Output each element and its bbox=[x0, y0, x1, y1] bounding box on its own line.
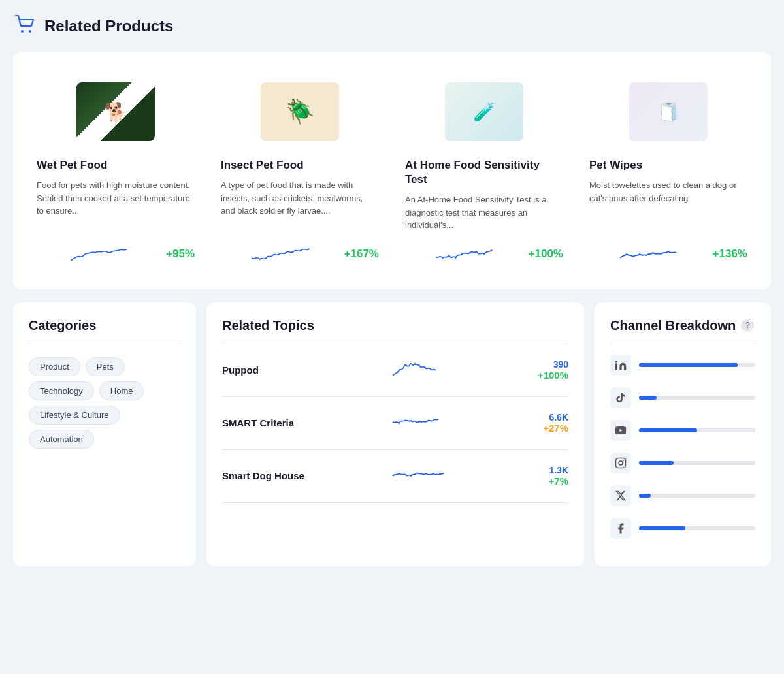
channel-title: Channel Breakdown bbox=[610, 318, 736, 333]
topic-name: Smart Dog House bbox=[222, 470, 327, 481]
channel-header: Channel Breakdown ? bbox=[610, 318, 755, 333]
channel-bar bbox=[639, 526, 685, 530]
product-card-pet-wipes[interactable]: Pet Wipes Moist towelettes used to clean… bbox=[581, 68, 755, 274]
product-card-at-home-food-sensitivity-test[interactable]: At Home Food Sensitivity Test An At-Home… bbox=[397, 68, 571, 274]
topic-sparkline bbox=[335, 356, 495, 385]
channel-bar-wrap bbox=[639, 461, 755, 465]
product-name: Insect Pet Food bbox=[221, 158, 379, 172]
product-sparkline bbox=[37, 242, 161, 266]
channel-icon-linkedin bbox=[610, 355, 631, 376]
topic-count: 1.3K bbox=[503, 465, 568, 475]
svg-point-0 bbox=[21, 30, 24, 33]
categories-panel: Categories ProductPetsTechnologyHomeLife… bbox=[13, 302, 196, 566]
tag-product[interactable]: Product bbox=[29, 357, 80, 376]
product-desc: A type of pet food that is made with ins… bbox=[221, 179, 379, 232]
channel-bar bbox=[639, 494, 651, 498]
product-img-wet-pet-food bbox=[76, 82, 155, 141]
topic-row-2[interactable]: Smart Dog House 1.3K +7% bbox=[222, 450, 568, 503]
channel-row-linkedin bbox=[610, 355, 755, 376]
product-sparkline bbox=[221, 242, 339, 266]
topic-pct: +7% bbox=[549, 475, 568, 487]
tag-home[interactable]: Home bbox=[99, 381, 144, 400]
topic-pct: +27% bbox=[543, 423, 568, 434]
product-img-at-home-food-sensitivity-test bbox=[445, 82, 523, 141]
product-pct: +100% bbox=[529, 248, 563, 261]
topics-container: Puppod 390 +100% SMART Criteria 6.6K +27… bbox=[222, 344, 568, 503]
channel-row-instagram bbox=[610, 453, 755, 473]
topic-stats: 1.3K +7% bbox=[503, 465, 568, 487]
topic-count: 390 bbox=[503, 359, 568, 370]
channel-bar bbox=[639, 461, 674, 465]
channel-bar-wrap bbox=[639, 363, 755, 367]
channel-icon-instagram bbox=[610, 453, 631, 473]
product-sparkline bbox=[405, 242, 523, 266]
page-header: Related Products bbox=[13, 13, 771, 39]
product-card-insect-pet-food[interactable]: Insect Pet Food A type of pet food that … bbox=[213, 68, 387, 274]
svg-point-3 bbox=[619, 461, 623, 465]
product-name: At Home Food Sensitivity Test bbox=[405, 158, 563, 187]
product-image bbox=[589, 76, 747, 148]
product-desc: Moist towelettes used to clean a dog or … bbox=[589, 179, 747, 232]
channel-row-tiktok bbox=[610, 387, 755, 408]
product-card-wet-pet-food[interactable]: Wet Pet Food Food for pets with high moi… bbox=[29, 68, 203, 274]
channel-bar-wrap bbox=[639, 494, 755, 498]
channel-icon-x bbox=[610, 485, 631, 506]
topic-stats: 390 +100% bbox=[503, 359, 568, 381]
tag-pets[interactable]: Pets bbox=[86, 357, 125, 376]
channel-bar bbox=[639, 428, 697, 432]
product-pct: +95% bbox=[166, 248, 195, 261]
channel-bar-wrap bbox=[639, 526, 755, 530]
page-title: Related Products bbox=[44, 17, 173, 35]
tag-automation[interactable]: Automation bbox=[29, 430, 94, 449]
topic-count: 6.6K bbox=[503, 412, 568, 423]
topic-name: SMART Criteria bbox=[222, 417, 327, 428]
product-footer: +100% bbox=[405, 242, 563, 266]
product-footer: +95% bbox=[37, 242, 195, 266]
product-name: Pet Wipes bbox=[589, 158, 747, 172]
product-desc: An At-Home Food Sensitivity Test is a di… bbox=[405, 193, 563, 232]
channel-bar bbox=[639, 396, 657, 400]
product-image bbox=[37, 76, 195, 148]
topics-title: Related Topics bbox=[222, 318, 568, 333]
products-section: Wet Pet Food Food for pets with high moi… bbox=[13, 52, 771, 289]
topic-name: Puppod bbox=[222, 364, 327, 376]
tag-technology[interactable]: Technology bbox=[29, 381, 94, 400]
topic-pct: +100% bbox=[538, 370, 568, 381]
channel-icon-tiktok bbox=[610, 387, 631, 408]
tags-container: ProductPetsTechnologyHomeLifestyle & Cul… bbox=[29, 357, 180, 449]
svg-point-4 bbox=[623, 460, 624, 460]
product-footer: +167% bbox=[221, 242, 379, 266]
categories-title: Categories bbox=[29, 318, 180, 333]
topic-sparkline bbox=[335, 462, 495, 490]
product-image bbox=[221, 76, 379, 148]
topic-row-1[interactable]: SMART Criteria 6.6K +27% bbox=[222, 397, 568, 450]
tag-lifestyle-&-culture[interactable]: Lifestyle & Culture bbox=[29, 406, 120, 425]
product-img-pet-wipes bbox=[629, 82, 708, 141]
channel-bar-wrap bbox=[639, 396, 755, 400]
topic-row-0[interactable]: Puppod 390 +100% bbox=[222, 344, 568, 397]
product-pct: +167% bbox=[344, 248, 379, 261]
channel-icon-youtube bbox=[610, 420, 631, 441]
channel-row-x (twitter) bbox=[610, 485, 755, 506]
help-icon[interactable]: ? bbox=[741, 319, 754, 332]
channel-bar bbox=[639, 363, 738, 367]
product-image bbox=[405, 76, 563, 148]
product-img-insect-pet-food bbox=[261, 82, 339, 141]
product-footer: +136% bbox=[589, 242, 747, 266]
channels-container bbox=[610, 355, 755, 539]
product-sparkline bbox=[589, 242, 708, 266]
product-pct: +136% bbox=[713, 248, 747, 261]
svg-point-1 bbox=[29, 30, 31, 33]
topic-sparkline bbox=[335, 409, 495, 438]
channel-panel: Channel Breakdown ? bbox=[595, 302, 771, 566]
cart-icon bbox=[13, 13, 37, 39]
topic-stats: 6.6K +27% bbox=[503, 412, 568, 434]
channel-row-facebook bbox=[610, 518, 755, 539]
channel-bar-wrap bbox=[639, 428, 755, 432]
svg-rect-2 bbox=[616, 458, 626, 468]
channel-icon-facebook bbox=[610, 518, 631, 539]
topics-panel: Related Topics Puppod 390 +100% SMART Cr… bbox=[206, 302, 584, 566]
product-desc: Food for pets with high moisture content… bbox=[37, 179, 195, 232]
channel-row-youtube bbox=[610, 420, 755, 441]
product-name: Wet Pet Food bbox=[37, 158, 195, 172]
